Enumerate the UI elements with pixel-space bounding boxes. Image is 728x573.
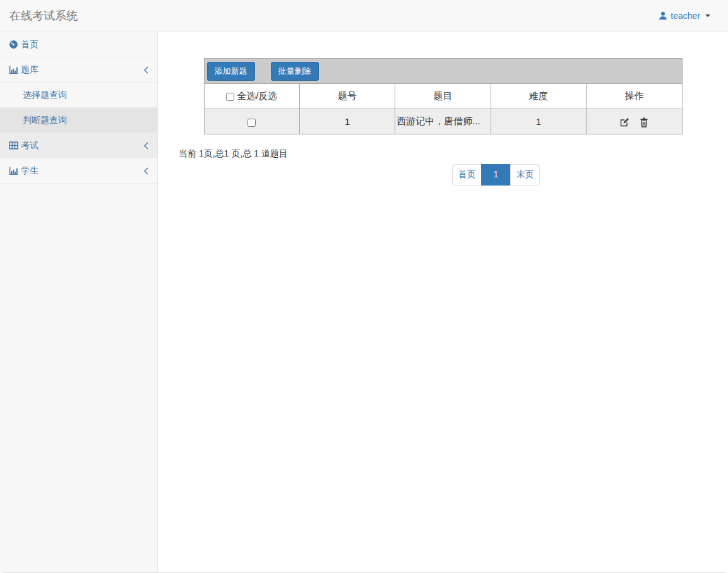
col-header-difficulty: 难度 — [491, 84, 586, 109]
questions-panel: 添加新题 批量删除 全选/反选 题号 题目 难度 操作 — [204, 58, 683, 134]
chevron-left-icon — [143, 141, 149, 152]
cell-question-title: 西游记中，唐僧师... — [395, 109, 491, 134]
sidebar-item-choice-question-query[interactable]: 选择题查询 — [0, 83, 157, 108]
pagination-first-button[interactable]: 首页 — [452, 164, 482, 186]
sidebar-item-label: 判断题查询 — [23, 115, 67, 126]
user-name: teacher — [671, 11, 700, 21]
table-body: 1 西游记中，唐僧师... 1 — [204, 109, 682, 134]
caret-down-icon — [705, 15, 710, 17]
col-header-actions: 操作 — [587, 84, 682, 109]
top-navbar: 在线考试系统 teacher — [0, 0, 728, 32]
header-row: 全选/反选 题号 题目 难度 操作 — [204, 84, 682, 109]
user-icon — [659, 11, 667, 20]
bar-chart-icon — [9, 65, 18, 74]
pagination-last-button[interactable]: 末页 — [510, 164, 540, 186]
sidebar-item-students[interactable]: 学生 — [0, 158, 157, 184]
app-title: 在线考试系统 — [0, 8, 78, 23]
sidebar-item-label: 题库 — [21, 64, 39, 76]
col-header-select: 全选/反选 — [204, 84, 299, 109]
sidebar-item-label: 首页 — [21, 39, 39, 50]
col-header-select-label: 全选/反选 — [237, 90, 277, 101]
add-question-button[interactable]: 添加新题 — [207, 62, 255, 81]
sidebar-item-judgment-question-query[interactable]: 判断题查询 — [0, 108, 157, 133]
cell-question-id: 1 — [299, 109, 395, 134]
user-menu[interactable]: teacher — [659, 11, 710, 21]
main-content: 添加新题 批量删除 全选/反选 题号 题目 难度 操作 — [158, 32, 728, 572]
pagination-row: 首页 1 末页 — [158, 164, 728, 186]
sidebar-item-label: 学生 — [21, 165, 39, 177]
pagination: 首页 1 末页 — [452, 164, 540, 186]
questions-table: 全选/反选 题号 题目 难度 操作 1 西游记中，唐僧师... — [204, 83, 683, 134]
col-header-title: 题目 — [395, 84, 491, 109]
sidebar-item-question-bank[interactable]: 题库 — [0, 57, 157, 83]
table-header: 全选/反选 题号 题目 难度 操作 — [204, 84, 682, 109]
batch-delete-button[interactable]: 批量删除 — [271, 62, 319, 81]
page-layout: 首页 题库 选择题查询 判断题查询 — [0, 32, 728, 573]
dashboard-icon — [9, 40, 18, 49]
row-checkbox[interactable] — [248, 119, 256, 127]
pagination-page-1-button[interactable]: 1 — [481, 164, 511, 186]
table-toolbar: 添加新题 批量删除 — [204, 58, 683, 83]
table-row: 1 西游记中，唐僧师... 1 — [204, 109, 682, 134]
trash-icon[interactable] — [640, 117, 648, 127]
pagination-summary: 当前 1页,总1 页,总 1 道题目 — [179, 148, 728, 160]
sidebar-item-home[interactable]: 首页 — [0, 32, 157, 57]
bar-chart-icon — [9, 166, 18, 175]
sidebar-item-exam[interactable]: 考试 — [0, 133, 157, 158]
edit-icon[interactable] — [619, 117, 630, 127]
sidebar: 首页 题库 选择题查询 判断题查询 — [0, 32, 158, 572]
cell-select — [204, 109, 299, 134]
chevron-left-icon — [143, 167, 149, 177]
chevron-left-icon — [143, 66, 149, 76]
cell-actions — [587, 109, 682, 134]
sidebar-item-label: 选择题查询 — [23, 90, 67, 101]
col-header-id: 题号 — [299, 84, 395, 109]
sidebar-item-label: 考试 — [21, 140, 39, 151]
cell-difficulty: 1 — [491, 109, 586, 134]
table-grid-icon — [9, 141, 18, 150]
select-all-checkbox[interactable] — [226, 93, 234, 101]
